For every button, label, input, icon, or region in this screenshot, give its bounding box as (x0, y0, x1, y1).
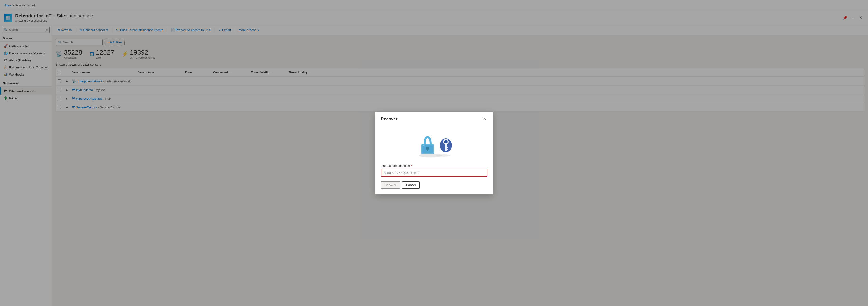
modal-illustration (381, 125, 487, 164)
cancel-button[interactable]: Cancel (402, 181, 420, 189)
modal-footer: Recover Cancel (381, 181, 487, 189)
recover-button[interactable]: Recover (381, 181, 400, 189)
secret-identifier-input[interactable] (381, 169, 487, 177)
modal-header: Recover ✕ (375, 112, 493, 125)
svg-point-5 (436, 154, 451, 157)
modal-close-button[interactable]: ✕ (482, 115, 487, 123)
modal-body: Insert secret identifier * Recover Cance… (375, 125, 493, 194)
svg-rect-15 (446, 149, 448, 150)
svg-rect-14 (446, 147, 448, 148)
svg-point-12 (444, 140, 447, 143)
recover-modal: Recover ✕ (375, 112, 493, 194)
svg-rect-13 (445, 144, 446, 151)
form-label: Insert secret identifier * (381, 164, 487, 167)
modal-overlay: Recover ✕ (0, 0, 868, 306)
modal-title: Recover (381, 117, 398, 122)
svg-rect-9 (427, 149, 428, 151)
recover-illustration (413, 130, 455, 158)
required-star: * (411, 164, 412, 167)
